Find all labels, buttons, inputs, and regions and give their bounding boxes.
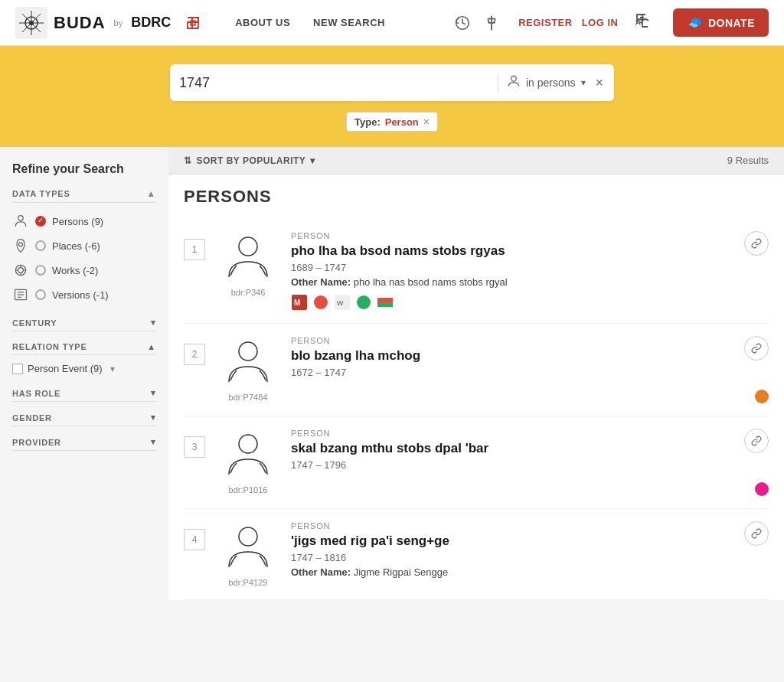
- sort-icon: ⇅: [184, 155, 192, 166]
- login-link[interactable]: LOG IN: [582, 17, 619, 28]
- century-header[interactable]: CENTURY ▾: [12, 318, 156, 331]
- sidebar: Refine your Search DATA TYPES ▲ Persons …: [0, 147, 168, 682]
- search-type-label: in persons: [526, 77, 576, 89]
- donate-button[interactable]: 🧢 DONATE: [673, 8, 769, 37]
- sidebar-item-places[interactable]: Places (-6): [12, 233, 156, 258]
- places-label: Places (-6): [52, 240, 100, 252]
- auth-links: REGISTER LOG IN: [518, 17, 618, 28]
- link-button-3[interactable]: [744, 429, 769, 453]
- resource-icon-3[interactable]: W: [334, 294, 351, 311]
- persons-label: Persons (9): [52, 216, 103, 227]
- search-clear-button[interactable]: ×: [593, 73, 605, 93]
- sort-chevron: ▾: [310, 155, 315, 166]
- svg-text:A: A: [635, 18, 641, 27]
- svg-point-33: [357, 295, 371, 309]
- sidebar-title: Refine your Search: [12, 162, 156, 176]
- result-type-3: PERSON: [291, 429, 726, 438]
- nav-new-search[interactable]: NEW SEARCH: [313, 17, 385, 28]
- pin-icon: [483, 15, 500, 31]
- search-type-area: in persons ▾: [498, 73, 588, 93]
- person-event-checkbox[interactable]: [12, 364, 23, 374]
- header-icons: REGISTER LOG IN A 🧢 DONATE: [454, 8, 769, 37]
- link-button-4[interactable]: [744, 521, 769, 546]
- results-toolbar: ⇅ SORT BY POPULARITY ▾ 9 Results: [168, 147, 784, 175]
- register-link[interactable]: REGISTER: [518, 17, 572, 28]
- resource-icon-2[interactable]: [312, 294, 329, 311]
- svg-point-16: [19, 243, 23, 246]
- table-row: 1 bdr:P346 PERSON pho lha ba bsod nams s…: [184, 219, 769, 324]
- sort-label: SORT BY POPULARITY: [197, 155, 306, 166]
- resource-icon-5[interactable]: [377, 294, 394, 311]
- svg-point-15: [18, 216, 24, 221]
- relation-type-label: RELATION TYPE: [12, 342, 87, 351]
- svg-rect-8: [191, 21, 195, 25]
- person-event-label: Person Event (9): [28, 363, 103, 374]
- translate-button[interactable]: A: [633, 11, 652, 34]
- nav-about-us[interactable]: ABOUT US: [235, 17, 290, 28]
- has-role-header[interactable]: HAS ROLE ▾: [12, 388, 156, 402]
- results-count: 9 Results: [727, 155, 769, 166]
- result-type-2: PERSON: [291, 336, 726, 345]
- result-avatar-2: bdr:P7484: [217, 336, 279, 402]
- provider-header[interactable]: PROVIDER ▾: [12, 437, 156, 451]
- gender-chevron: ▾: [151, 413, 156, 423]
- sidebar-item-works[interactable]: Works (-2): [12, 258, 156, 282]
- svg-text:M: M: [294, 299, 300, 307]
- history-button[interactable]: [454, 15, 471, 31]
- results-content: PERSONS 1 bdr:P346 PERSON pho lha ba bso…: [168, 175, 784, 600]
- person-avatar-icon: [221, 231, 275, 285]
- filter-type-prefix: Type:: [354, 116, 381, 128]
- search-input[interactable]: [179, 75, 492, 91]
- svg-point-14: [511, 76, 517, 81]
- provider-chevron: ▾: [151, 437, 156, 447]
- result-actions-2: [738, 336, 769, 403]
- search-banner: in persons ▾ × Type: Person ×: [0, 46, 784, 147]
- other-name-value-1: pho lha nas bsod nams stobs rgyal: [354, 276, 508, 288]
- sidebar-relation-person-event[interactable]: Person Event (9) ▾: [12, 360, 156, 377]
- result-dates-3: 1747 – 1796: [291, 459, 726, 471]
- works-radio[interactable]: [35, 265, 46, 276]
- search-bar: in persons ▾ ×: [170, 64, 614, 101]
- result-name-2[interactable]: blo bzang lha mchog: [291, 348, 726, 364]
- filter-tag-close[interactable]: ×: [423, 116, 430, 128]
- relation-type-header[interactable]: RELATION TYPE ▲: [12, 342, 156, 355]
- persons-radio[interactable]: [35, 216, 46, 227]
- search-type-dropdown[interactable]: ▾: [580, 76, 587, 90]
- sort-button[interactable]: ⇅ SORT BY POPULARITY ▾: [184, 155, 315, 166]
- avatar-id-3: bdr:P1016: [229, 485, 268, 494]
- resource-badge-2[interactable]: [755, 390, 769, 403]
- resource-badge-3[interactable]: [755, 482, 769, 496]
- other-name-value-4: Jigme Rigpai Sengge: [354, 566, 449, 578]
- gender-header[interactable]: GENDER ▾: [12, 413, 156, 426]
- filter-century: CENTURY ▾: [12, 318, 156, 331]
- filter-has-role: HAS ROLE ▾: [12, 388, 156, 402]
- link-button-2[interactable]: [744, 336, 769, 361]
- svg-point-38: [239, 527, 257, 546]
- result-avatar-3: bdr:P1016: [217, 429, 279, 494]
- result-actions-1: [738, 231, 769, 256]
- filter-relation-type: RELATION TYPE ▲ Person Event (9) ▾: [12, 342, 156, 377]
- result-name-3[interactable]: skal bzang mthu stobs dpal 'bar: [291, 441, 726, 456]
- svg-point-18: [18, 268, 24, 273]
- main-container: Refine your Search DATA TYPES ▲ Persons …: [0, 147, 784, 682]
- logo-icon: [15, 7, 47, 39]
- data-types-chevron: ▲: [146, 188, 156, 199]
- sidebar-item-persons[interactable]: Persons (9): [12, 209, 156, 233]
- result-type-4: PERSON: [291, 521, 726, 530]
- result-name-1[interactable]: pho lha ba bsod nams stobs rgyas: [291, 243, 726, 259]
- places-radio[interactable]: [35, 240, 46, 251]
- link-icon-2: [751, 343, 762, 354]
- table-row: 4 bdr:P4129 PERSON 'jigs med rig pa'i se…: [184, 509, 769, 600]
- sidebar-item-versions[interactable]: Versions (-1): [12, 282, 156, 307]
- result-actions-3: [738, 429, 769, 496]
- result-name-4[interactable]: 'jigs med rig pa'i seng+ge: [291, 534, 726, 549]
- versions-radio[interactable]: [35, 289, 46, 300]
- other-name-label-1: Other Name:: [291, 276, 351, 288]
- link-button-1[interactable]: [744, 231, 769, 256]
- person-event-expand[interactable]: ▾: [110, 364, 115, 374]
- sidebar-data-types-header[interactable]: DATA TYPES ▲: [12, 188, 156, 203]
- resource-icon-4[interactable]: [355, 294, 372, 311]
- pin-button[interactable]: [483, 15, 500, 31]
- resource-icon-1[interactable]: M: [291, 294, 308, 311]
- works-icon: [12, 262, 29, 279]
